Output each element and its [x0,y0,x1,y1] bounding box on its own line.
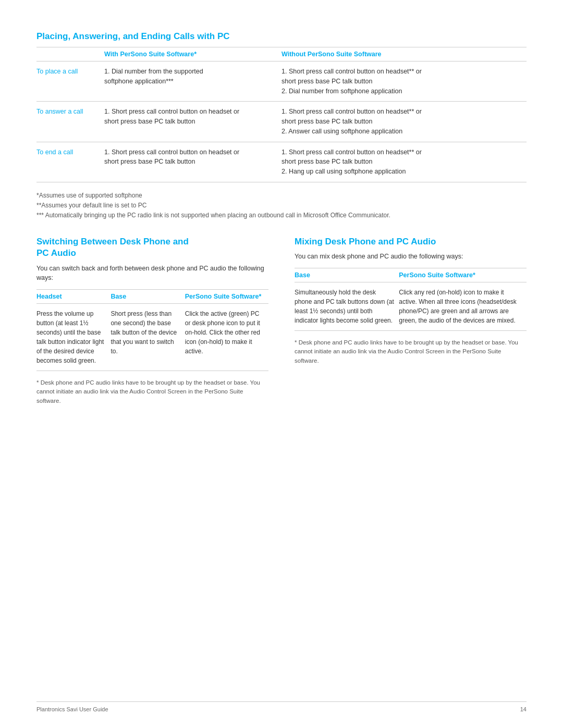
row-with: 1. Short press call control button on he… [104,142,282,182]
switch-col-headset: Headset [36,290,111,304]
row-without: 1. Short press call control button on he… [282,61,527,102]
mix-row: Simultaneously hold the desk phone and P… [295,282,527,331]
row-label: To answer a call [36,102,104,142]
switch-headset: Press the volume up button (at least 1½ … [36,304,111,371]
mix-table: Base PerSono Suite Software* Simultaneou… [295,268,527,331]
row-with: 1. Dial number from the supported softph… [104,61,282,102]
section1: Placing, Answering, and Ending Calls wit… [36,31,527,220]
table-row: To place a call1. Dial number from the s… [36,61,527,102]
row-label: To place a call [36,61,104,102]
section3-title: Mixing Desk Phone and PC Audio [295,236,527,248]
col-header-without: Without PerSono Suite Software [282,47,527,61]
mix-col-persono: PerSono Suite Software* [399,268,527,282]
section3: Mixing Desk Phone and PC Audio You can m… [295,236,527,405]
two-col-section: Switching Between Desk Phone and PC Audi… [36,236,527,405]
switch-col-persono: PerSono Suite Software* [185,290,268,304]
footer-brand: Plantronics Savi User Guide [36,706,108,712]
row-without: 1. Short press call control button on he… [282,142,527,182]
section1-footnotes: *Assumes use of supported softphone **As… [36,191,527,221]
switch-base: Short press (less than one second) the b… [111,304,185,371]
col-header-label [36,47,104,61]
footnote-3: *** Automatically bringing up the PC rad… [36,211,527,220]
col-header-with: With PerSono Suite Software* [104,47,282,61]
mix-persono: Click any red (on-hold) icon to make it … [399,282,527,331]
page-footer: Plantronics Savi User Guide 14 [36,701,527,712]
row-with: 1. Short press call control button on he… [104,102,282,142]
section3-footnote: * Desk phone and PC audio links have to … [295,338,527,365]
row-without: 1. Short press call control button on he… [282,102,527,142]
section2-footnote: * Desk phone and PC audio links have to … [36,378,268,405]
section2-title: Switching Between Desk Phone and PC Audi… [36,236,268,259]
section1-title: Placing, Answering, and Ending Calls wit… [36,31,527,42]
section2-intro: You can switch back and forth between de… [36,264,268,283]
page-number: 14 [520,706,527,712]
mix-base: Simultaneously hold the desk phone and P… [295,282,399,331]
switch-row: Press the volume up button (at least 1½ … [36,304,268,371]
footnote-1: *Assumes use of supported softphone [36,191,527,201]
mix-col-base: Base [295,268,399,282]
switch-col-base: Base [111,290,185,304]
switch-persono: Click the active (green) PC or desk phon… [185,304,268,371]
switch-table: Headset Base PerSono Suite Software* Pre… [36,289,268,371]
row-label: To end a call [36,142,104,182]
table-row: To answer a call1. Short press call cont… [36,102,527,142]
page-content: Placing, Answering, and Ending Calls wit… [36,31,527,405]
section2: Switching Between Desk Phone and PC Audi… [36,236,268,405]
section3-intro: You can mix desk phone and PC audio the … [295,252,527,262]
calls-table: With PerSono Suite Software* Without Per… [36,47,527,182]
footnote-2: **Assumes your default line is set to PC [36,201,527,211]
table-row: To end a call1. Short press call control… [36,142,527,182]
